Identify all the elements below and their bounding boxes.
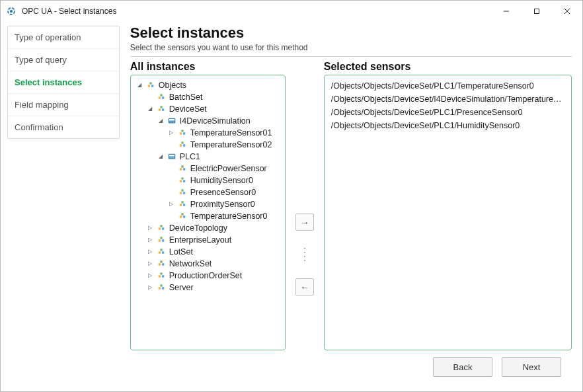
wizard-step-item[interactable]: Type of query [8,49,119,71]
wizard-steplist: Type of operationType of querySelect ins… [7,26,120,139]
app-icon [6,6,17,17]
folder-icon [156,259,167,268]
remove-button[interactable]: ← [295,278,314,295]
tree-node[interactable]: ▷ProductionOrderSet [147,270,282,282]
instance-tree[interactable]: ◢ObjectsBatchSet◢DeviceSet◢I4DeviceSimul… [134,79,282,294]
tree-node[interactable]: ◢ObjectsBatchSet◢DeviceSet◢I4DeviceSimul… [136,79,282,294]
wizard-step-item[interactable]: Select instances [8,71,119,94]
tree-node-label: ProximitySensor0 [190,198,255,210]
svg-rect-43 [179,216,182,218]
wizard-step-item[interactable]: Type of operation [8,26,119,49]
tree-node-row[interactable]: ▷DeviceTopology [147,222,282,234]
tree-node[interactable]: ◢I4DeviceSimulation▷TemperatureSensor01T… [157,115,282,151]
back-button[interactable]: Back [433,357,492,377]
tree-node-row[interactable]: HumiditySensor0 [168,175,282,186]
svg-rect-13 [162,108,165,111]
tree-node-label: HumiditySensor0 [190,175,253,186]
tree-node-label: TemperatureSensor02 [190,139,272,151]
expander-closed-icon[interactable]: ▷ [147,284,153,291]
wizard-step-item[interactable]: Field mapping [8,94,119,116]
transfer-buttons-column: → ← [292,59,317,350]
tree-node[interactable]: ▷ProximitySensor0 [168,198,282,210]
selected-item[interactable]: /Objects/Objects/DeviceSet/I4DeviceSimul… [327,93,568,106]
folder-icon [177,212,188,221]
tree-node[interactable]: BatchSet [147,91,282,103]
svg-rect-6 [147,85,150,87]
selected-item[interactable]: /Objects/Objects/DeviceSet/PLC1/Temperat… [327,79,568,93]
tree-node-row[interactable]: PresenceSensor0 [168,186,282,198]
all-instances-column: All instances ◢ObjectsBatchSet◢DeviceSet… [130,59,286,350]
tree-node[interactable]: ◢DeviceSet◢I4DeviceSimulation▷Temperatur… [147,103,282,222]
expander-closed-icon[interactable]: ▷ [168,130,175,136]
tree-node-row[interactable]: ◢DeviceSet [147,103,282,115]
expander-open-icon[interactable]: ◢ [157,153,164,160]
tree-node-row[interactable]: TemperatureSensor02 [168,139,282,151]
folder-icon [177,140,188,149]
tree-node[interactable]: ◢PLC1ElectricPowerSensorHumiditySensor0P… [157,151,282,222]
close-button[interactable] [552,1,582,22]
svg-point-1 [10,10,13,13]
expander-closed-icon[interactable]: ▷ [147,225,153,231]
tree-node-row[interactable]: ▷LotSet [147,246,282,258]
tree-node-row[interactable]: ▷ProximitySensor0 [168,198,282,210]
folder-icon [177,200,188,209]
tree-node[interactable]: ElectricPowerSensor [168,163,282,175]
tree-node[interactable]: HumiditySensor0 [168,175,282,186]
tree-node-row[interactable]: BatchSet [147,91,282,103]
expander-open-icon[interactable]: ◢ [147,106,153,112]
maximize-button[interactable] [522,1,552,22]
svg-rect-7 [151,85,154,87]
tree-node[interactable]: ▷LotSet [147,246,282,258]
tree-node-row[interactable]: ◢PLC1 [157,151,282,163]
expander-closed-icon[interactable]: ▷ [147,260,153,267]
tree-node[interactable]: TemperatureSensor0 [168,210,282,222]
tree-node-row[interactable]: ▷NetworkSet [147,258,282,270]
tree-node[interactable]: ▷NetworkSet [147,258,282,270]
minimize-button[interactable] [491,1,522,22]
selected-item[interactable]: /Objects/Objects/DeviceSet/PLC1/Humidity… [327,119,568,132]
wizard-step-item[interactable]: Confirmation [8,116,119,138]
expander-closed-icon[interactable]: ▷ [147,249,153,255]
all-instances-panel: ◢ObjectsBatchSet◢DeviceSet◢I4DeviceSimul… [130,75,286,350]
tree-node-row[interactable]: ▷Server [147,282,282,294]
tree-node-row[interactable]: ◢Objects [136,79,282,91]
tree-node-label: Server [169,282,194,294]
tree-node[interactable]: TemperatureSensor02 [168,139,282,151]
tree-node-row[interactable]: ▷ProductionOrderSet [147,270,282,282]
selected-item[interactable]: /Objects/Objects/DeviceSet/PLC1/Presence… [327,106,568,119]
svg-rect-22 [181,130,184,132]
svg-rect-9 [158,97,161,99]
tree-node[interactable]: ▷DeviceTopology [147,222,282,234]
tree-node[interactable]: ▷TemperatureSensor01 [168,127,282,139]
expander-open-icon[interactable]: ◢ [136,82,143,89]
next-button[interactable]: Next [502,357,561,377]
svg-rect-20 [179,132,182,135]
tree-node-label: TemperatureSensor0 [190,210,268,222]
tree-node-row[interactable]: TemperatureSensor0 [168,210,282,222]
svg-rect-52 [158,251,161,254]
tree-node-label: EnterpriseLayout [169,234,232,246]
expander-closed-icon[interactable]: ▷ [168,201,175,208]
tree-node-row[interactable]: ▷EnterpriseLayout [147,234,282,246]
tree-node-row[interactable]: ◢I4DeviceSimulation [157,115,282,127]
expander-open-icon[interactable]: ◢ [157,118,164,124]
tree-node-row[interactable]: ElectricPowerSensor [168,163,282,175]
expander-closed-icon[interactable]: ▷ [147,237,153,243]
tree-node[interactable]: PresenceSensor0 [168,186,282,198]
svg-point-19 [173,121,174,122]
svg-rect-12 [158,108,161,111]
svg-rect-31 [179,168,182,171]
expander-closed-icon[interactable]: ▷ [147,272,153,279]
tree-node[interactable]: ▷EnterpriseLayout [147,234,282,246]
svg-point-28 [169,157,171,158]
selected-list[interactable]: /Objects/Objects/DeviceSet/PLC1/Temperat… [327,79,568,132]
svg-rect-27 [169,155,175,157]
columns: All instances ◢ObjectsBatchSet◢DeviceSet… [130,59,572,350]
svg-rect-11 [160,94,163,97]
tree-node[interactable]: ▷Server [147,282,282,294]
svg-rect-54 [160,249,163,251]
svg-rect-49 [158,239,161,242]
add-button[interactable]: → [295,214,314,231]
svg-rect-23 [179,144,182,147]
tree-node-row[interactable]: ▷TemperatureSensor01 [168,127,282,139]
